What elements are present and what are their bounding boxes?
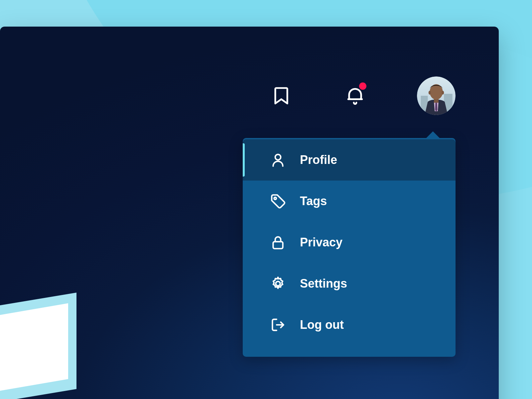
- menu-item-label: Profile: [300, 153, 337, 167]
- gear-icon: [269, 275, 287, 292]
- bookmark-button[interactable]: [269, 84, 293, 108]
- svg-point-16: [276, 281, 280, 286]
- menu-item-privacy[interactable]: Privacy: [243, 222, 456, 263]
- menu-item-label: Log out: [300, 318, 344, 332]
- avatar[interactable]: [417, 76, 456, 115]
- svg-marker-1: [0, 303, 68, 393]
- svg-point-12: [442, 91, 444, 95]
- notification-dot: [359, 82, 366, 90]
- person-icon: [269, 151, 287, 169]
- tag-icon: [269, 193, 287, 210]
- menu-item-profile[interactable]: Profile: [243, 139, 456, 181]
- menu-item-label: Privacy: [300, 235, 342, 249]
- svg-point-13: [275, 154, 281, 160]
- header: [269, 76, 456, 115]
- bookmark-icon: [271, 85, 292, 106]
- menu-item-logout[interactable]: Log out: [243, 304, 456, 345]
- menu-item-tags[interactable]: Tags: [243, 181, 456, 222]
- avatar-image: [417, 76, 456, 115]
- illustration: [0, 259, 200, 399]
- notifications-button[interactable]: [343, 84, 367, 108]
- logout-icon: [269, 316, 287, 333]
- menu-item-label: Settings: [300, 277, 347, 291]
- lock-icon: [269, 234, 287, 251]
- app-panel: Profile Tags Privacy: [0, 27, 499, 399]
- monitor-illustration: [0, 283, 83, 399]
- menu-item-settings[interactable]: Settings: [243, 263, 456, 304]
- svg-point-14: [274, 197, 276, 200]
- user-dropdown: Profile Tags Privacy: [243, 138, 456, 357]
- svg-point-11: [429, 91, 431, 95]
- menu-item-label: Tags: [300, 194, 327, 208]
- svg-rect-15: [273, 242, 283, 249]
